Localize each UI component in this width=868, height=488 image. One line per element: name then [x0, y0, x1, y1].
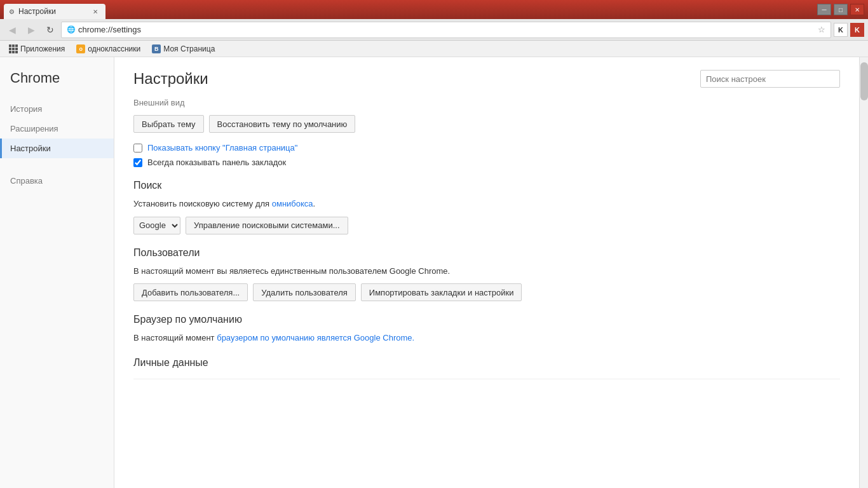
appearance-subtitle: Внешний вид	[133, 98, 840, 107]
kaspersky-icon-2[interactable]: K	[850, 23, 864, 37]
kaspersky-icon-1[interactable]: K	[834, 23, 848, 37]
minimize-button[interactable]: ─	[817, 4, 831, 15]
sidebar-title: Chrome	[0, 70, 114, 99]
title-bar: ⚙ Настройки ✕ ─ □ ✕	[0, 0, 868, 19]
forward-icon: ▶	[28, 25, 35, 35]
content-area: Настройки Внешний вид Выбрать тему Восст…	[114, 57, 859, 488]
bookmarks-bar-checkbox-row: Всегда показывать панель закладок	[133, 158, 840, 167]
default-browser-link[interactable]: браузером по умолчанию является Google C…	[217, 333, 414, 342]
sidebar: Chrome История Расширения Настройки Спра…	[0, 57, 114, 488]
users-description: В настоящий момент вы являетесь единстве…	[133, 265, 840, 278]
scrollbar-track[interactable]	[859, 57, 868, 488]
bookmarks-bar-label[interactable]: Всегда показывать панель закладок	[147, 158, 286, 167]
private-data-heading: Личные данные	[133, 357, 840, 369]
home-button-checkbox-row: Показывать кнопку "Главная страница"	[133, 143, 840, 152]
apps-icon	[9, 44, 18, 53]
sidebar-item-history[interactable]: История	[0, 99, 114, 119]
default-browser-prefix: В настоящий момент	[133, 333, 217, 342]
window-frame: ⚙ Настройки ✕ ─ □ ✕ ◀ ▶ ↻ 🌐 chrome://set…	[0, 0, 868, 488]
sidebar-item-help[interactable]: Справка	[0, 171, 114, 191]
search-settings-input[interactable]	[700, 70, 840, 88]
manage-search-button[interactable]: Управление поисковыми системами...	[186, 217, 348, 234]
search-desc-prefix: Установить поисковую систему для	[133, 199, 272, 208]
ok-icon: о	[76, 44, 85, 53]
bookmark-star-icon[interactable]: ☆	[818, 25, 825, 34]
scrollbar-thumb[interactable]	[860, 62, 868, 100]
vk-icon: В	[152, 44, 161, 53]
tab-close-button[interactable]: ✕	[90, 6, 100, 17]
home-button-label[interactable]: Показывать кнопку "Главная страница"	[147, 143, 297, 152]
home-button-checkbox[interactable]	[133, 144, 142, 152]
reset-theme-button[interactable]: Восстановить тему по умолчанию	[209, 115, 356, 133]
maximize-button[interactable]: □	[834, 4, 848, 15]
address-text: chrome://settings	[78, 25, 815, 34]
bookmarks-bar: Приложения о одноклассники В Моя Страниц…	[0, 41, 868, 57]
kaspersky-icons: K K	[834, 23, 864, 37]
search-description: Установить поисковую систему для омнибок…	[133, 198, 840, 210]
main-area: Chrome История Расширения Настройки Спра…	[0, 57, 868, 488]
tab-title: Настройки	[18, 7, 86, 16]
tab-favicon: ⚙	[9, 8, 15, 15]
add-user-button[interactable]: Добавить пользователя...	[133, 283, 248, 301]
window-controls: ─ □ ✕	[817, 4, 864, 15]
tab-bar: ⚙ Настройки ✕	[4, 0, 817, 19]
search-engine-row: Google Yandex Bing Управление поисковыми…	[133, 217, 840, 234]
theme-buttons-row: Выбрать тему Восстановить тему по умолча…	[133, 115, 840, 133]
back-icon: ◀	[9, 25, 16, 35]
bookmark-vk-label: Моя Страница	[163, 44, 215, 53]
sidebar-item-extensions[interactable]: Расширения	[0, 119, 114, 139]
choose-theme-button[interactable]: Выбрать тему	[133, 115, 204, 133]
users-heading: Пользователи	[133, 247, 840, 259]
address-bar[interactable]: 🌐 chrome://settings ☆	[61, 22, 831, 38]
page-header: Настройки	[133, 70, 840, 88]
bookmark-apps-label: Приложения	[20, 44, 65, 53]
refresh-icon: ↻	[46, 25, 54, 35]
bookmark-apps[interactable]: Приложения	[4, 43, 70, 55]
delete-user-button[interactable]: Удалить пользователя	[253, 283, 356, 301]
users-buttons-row: Добавить пользователя... Удалить пользов…	[133, 283, 840, 301]
import-button[interactable]: Импортировать закладки и настройки	[361, 283, 522, 301]
active-tab[interactable]: ⚙ Настройки ✕	[4, 4, 105, 19]
page-icon: 🌐	[67, 25, 76, 34]
sidebar-item-settings[interactable]: Настройки	[0, 139, 114, 158]
back-button[interactable]: ◀	[4, 22, 20, 38]
omnibox-link[interactable]: омнибокса	[272, 199, 313, 208]
nav-bar: ◀ ▶ ↻ 🌐 chrome://settings ☆ K K	[0, 19, 868, 41]
default-browser-heading: Браузер по умолчанию	[133, 314, 840, 325]
search-desc-suffix: .	[313, 199, 316, 208]
sidebar-nav: История Расширения Настройки Справка	[0, 99, 114, 191]
close-button[interactable]: ✕	[850, 4, 864, 15]
refresh-button[interactable]: ↻	[42, 22, 58, 38]
bookmarks-bar-checkbox[interactable]	[133, 158, 142, 167]
bookmark-ok-label: одноклассники	[88, 44, 140, 53]
section-divider	[133, 379, 840, 379]
default-browser-text: В настоящий момент браузером по умолчани…	[133, 332, 840, 344]
bookmark-ok[interactable]: о одноклассники	[71, 43, 146, 55]
page-title: Настройки	[133, 70, 208, 88]
search-heading: Поиск	[133, 180, 840, 191]
forward-button[interactable]: ▶	[23, 22, 39, 38]
search-engine-select[interactable]: Google Yandex Bing	[133, 217, 180, 234]
bookmark-vk[interactable]: В Моя Страница	[147, 43, 220, 55]
